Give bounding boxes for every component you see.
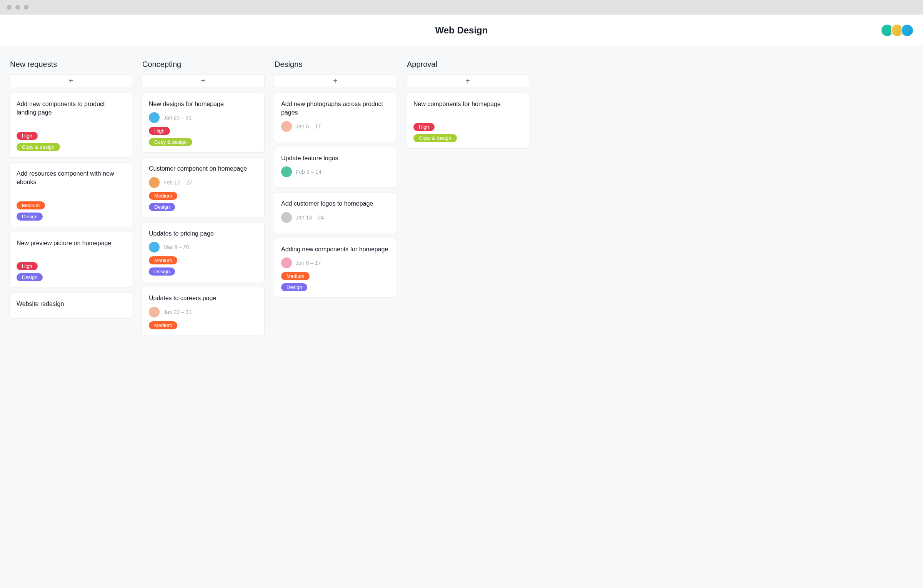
card-date: Jan 6 – 17	[296, 123, 321, 130]
card-title: Add customer logos to homepage	[281, 199, 390, 208]
task-card[interactable]: Updates to pricing pageMar 9 – 20MediumD…	[142, 222, 265, 282]
card-meta: Jan 20 – 31	[149, 112, 257, 123]
card-title: Customer component on homepage	[149, 164, 257, 173]
task-card[interactable]: Website redesign	[9, 292, 132, 319]
assignee-avatar[interactable]	[281, 257, 292, 268]
card-title: Website redesign	[17, 300, 125, 308]
member-avatars[interactable]	[884, 24, 914, 37]
assignee-avatar[interactable]	[281, 212, 292, 223]
card-tags: MediumDesign	[149, 192, 257, 211]
tag-medium[interactable]: Medium	[149, 192, 177, 200]
card-meta: Feb 17 – 27	[149, 177, 257, 188]
kanban-board: New requests+Add new components to produ…	[0, 46, 923, 356]
tag-medium[interactable]: Medium	[17, 201, 45, 209]
task-card[interactable]: Adding new components for homepageJan 6 …	[274, 238, 397, 298]
tag-copydesign[interactable]: Copy & design	[413, 134, 457, 142]
card-title: Add new components to product landing pa…	[17, 100, 125, 117]
task-card[interactable]: Add resources component with new ebooksM…	[9, 162, 132, 227]
board-column: Approval+New components for homepageHigh…	[406, 60, 529, 153]
column-title[interactable]: New requests	[9, 60, 132, 69]
board-column: Concepting+New designs for homepageJan 2…	[142, 60, 265, 341]
card-title: New designs for homepage	[149, 100, 257, 108]
tag-design[interactable]: Design	[17, 213, 43, 221]
card-title: New components for homepage	[413, 100, 522, 108]
card-tags: Medium	[149, 321, 257, 329]
assignee-avatar[interactable]	[149, 242, 160, 252]
task-card[interactable]: Add new components to product landing pa…	[9, 93, 132, 158]
column-title[interactable]: Designs	[274, 60, 397, 69]
tag-high[interactable]: High	[17, 132, 38, 140]
card-date: Jan 6 – 17	[296, 260, 321, 266]
tag-medium[interactable]: Medium	[149, 321, 177, 329]
task-card[interactable]: Update feature logosFeb 3 – 14	[274, 147, 397, 188]
tag-design[interactable]: Design	[17, 273, 43, 281]
tag-high[interactable]: High	[413, 123, 435, 131]
add-card-button[interactable]: +	[274, 74, 397, 87]
avatar[interactable]	[901, 24, 914, 37]
tag-copydesign[interactable]: Copy & design	[17, 143, 60, 151]
tag-medium[interactable]: Medium	[149, 256, 177, 264]
card-date: Feb 17 – 27	[163, 179, 192, 186]
assignee-avatar[interactable]	[149, 177, 160, 188]
page-title: Web Design	[435, 25, 488, 36]
card-title: Add new photographs across product pages	[281, 100, 390, 117]
card-tags: HighCopy & design	[413, 123, 522, 142]
card-title: Add resources component with new ebooks	[17, 169, 125, 187]
task-card[interactable]: Add new photographs across product pages…	[274, 93, 397, 142]
add-card-button[interactable]: +	[142, 74, 265, 87]
card-meta: Mar 9 – 20	[149, 242, 257, 252]
card-meta: Feb 3 – 14	[281, 166, 390, 177]
card-tags: MediumDesign	[281, 272, 390, 291]
task-card[interactable]: Add customer logos to homepageJan 13 – 2…	[274, 192, 397, 233]
card-spacer	[413, 112, 522, 123]
tag-design[interactable]: Design	[149, 203, 175, 211]
assignee-avatar[interactable]	[281, 166, 292, 177]
tag-medium[interactable]: Medium	[281, 272, 310, 280]
task-card[interactable]: New designs for homepageJan 20 – 31HighC…	[142, 93, 265, 153]
card-tags: HighCopy & design	[149, 127, 257, 146]
board-column: Designs+Add new photographs across produ…	[274, 60, 397, 302]
card-tags: HighCopy & design	[17, 132, 125, 151]
card-title: Adding new components for homepage	[281, 245, 390, 254]
task-card[interactable]: New preview picture on homepageHighDesig…	[9, 232, 132, 288]
card-meta: Jan 20 – 31	[149, 307, 257, 317]
tag-design[interactable]: Design	[281, 283, 307, 291]
board-column: New requests+Add new components to produ…	[9, 60, 132, 323]
card-tags: HighDesign	[17, 262, 125, 281]
add-card-button[interactable]: +	[406, 74, 529, 87]
card-spacer	[17, 251, 125, 262]
card-meta: Jan 6 – 17	[281, 121, 390, 132]
card-title: Updates to careers page	[149, 294, 257, 302]
card-date: Jan 20 – 31	[163, 309, 192, 315]
tag-high[interactable]: High	[17, 262, 38, 270]
column-title[interactable]: Concepting	[142, 60, 265, 69]
card-title: Update feature logos	[281, 154, 390, 163]
card-meta: Jan 6 – 17	[281, 257, 390, 268]
assignee-avatar[interactable]	[281, 121, 292, 132]
column-title[interactable]: Approval	[406, 60, 529, 69]
card-spacer	[17, 121, 125, 132]
card-date: Jan 13 – 24	[296, 214, 324, 221]
card-spacer	[17, 191, 125, 201]
task-card[interactable]: New components for homepageHighCopy & de…	[406, 93, 529, 149]
traffic-light-close[interactable]	[7, 5, 12, 10]
add-card-button[interactable]: +	[9, 74, 132, 87]
card-date: Mar 9 – 20	[163, 244, 189, 250]
tag-design[interactable]: Design	[149, 267, 175, 276]
task-card[interactable]: Customer component on homepageFeb 17 – 2…	[142, 157, 265, 217]
card-meta: Jan 13 – 24	[281, 212, 390, 223]
card-date: Jan 20 – 31	[163, 115, 192, 121]
assignee-avatar[interactable]	[149, 307, 160, 317]
window-chrome	[0, 0, 923, 15]
assignee-avatar[interactable]	[149, 112, 160, 123]
traffic-light-maximize[interactable]	[24, 5, 28, 10]
card-title: New preview picture on homepage	[17, 239, 125, 247]
card-title: Updates to pricing page	[149, 229, 257, 238]
tag-high[interactable]: High	[149, 127, 170, 135]
header: Web Design	[0, 15, 923, 46]
tag-copydesign[interactable]: Copy & design	[149, 138, 192, 146]
task-card[interactable]: Updates to careers pageJan 20 – 31Medium	[142, 287, 265, 336]
card-tags: MediumDesign	[17, 201, 125, 221]
traffic-light-minimize[interactable]	[15, 5, 20, 10]
card-tags: MediumDesign	[149, 256, 257, 276]
